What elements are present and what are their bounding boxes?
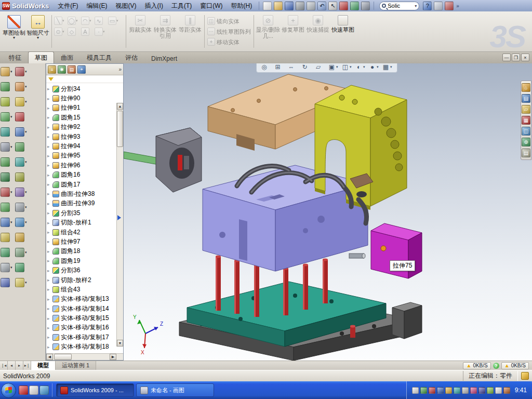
part-rail-block[interactable] (392, 302, 422, 339)
expand-arrow-icon[interactable] (47, 125, 52, 130)
view-tool-button[interactable]: ◫ ▾ (341, 63, 353, 71)
expand-arrow-icon[interactable] (47, 258, 52, 263)
chevron-down-icon[interactable]: ▾ (10, 265, 15, 270)
tray-icon[interactable] (445, 387, 452, 394)
toolbar-icon-button[interactable]: ▾ (1, 247, 15, 258)
chevron-down-icon[interactable]: ▾ (25, 100, 29, 104)
menu-item[interactable]: 工具(T) (168, 1, 195, 11)
sketch-tool-button[interactable]: ◯ ▾ (67, 16, 80, 26)
tray-icon[interactable] (462, 387, 469, 394)
sketch-tool-button[interactable]: ▭ ▾ (108, 16, 121, 26)
toolbar-icon[interactable]: ↶ (317, 2, 326, 10)
ribbon-button[interactable]: ◫ 镜向实体 (207, 17, 251, 26)
toolbar-icon-button[interactable]: ▾ (15, 82, 29, 92)
chevron-down-icon[interactable]: ▾ (10, 70, 15, 74)
toolbar-icon-button[interactable]: ▾ (1, 112, 15, 122)
toolbar-icon-button[interactable]: ▾ (15, 217, 29, 228)
expand-arrow-icon[interactable] (47, 134, 52, 139)
tree-item[interactable]: 分割34 (47, 84, 116, 94)
tree-item[interactable]: 圆角16 (47, 170, 116, 180)
toolbar-icon[interactable]: ? (423, 2, 432, 10)
tree-item[interactable]: 切除-放样2 (47, 275, 116, 285)
chevron-down-icon[interactable]: ▾ (10, 115, 15, 119)
toolbar-icon-button[interactable]: ▾ (15, 142, 29, 152)
ribbon-button[interactable]: + 修复草图 (281, 13, 305, 50)
tree-item[interactable]: 实体-移动/复制18 (47, 342, 116, 352)
tray-icon[interactable] (478, 387, 485, 394)
chevron-down-icon[interactable]: ▾ (390, 65, 394, 69)
expand-arrow-icon[interactable] (47, 325, 52, 330)
tree-item[interactable]: 分割36 (47, 265, 116, 275)
tray-icon[interactable] (420, 387, 427, 394)
expand-arrow-icon[interactable] (47, 201, 52, 206)
view-tool-button[interactable]: ↻ ▾ (300, 63, 313, 71)
toolbar-icon[interactable] (445, 2, 454, 10)
chevron-down-icon[interactable]: ▾ (10, 220, 15, 224)
task-pane-tab-icon[interactable]: ▦ (522, 116, 530, 125)
tree-item[interactable]: 实体-移动/复制17 (47, 332, 116, 342)
sketch-tool-button[interactable]: ∿ ▾ (94, 16, 107, 26)
tab-nav-button[interactable]: ◂ (8, 361, 16, 370)
toolbar-icon-button[interactable]: ▾ (1, 97, 15, 107)
tree-item[interactable]: 拉伸97 (47, 237, 116, 246)
expand-arrow-icon[interactable] (47, 306, 52, 311)
menu-item[interactable]: 帮助(H) (228, 1, 256, 11)
scroll-down-button[interactable]: ▼ (117, 340, 123, 347)
quicklaunch-icon[interactable] (19, 385, 28, 395)
tray-icon[interactable] (487, 387, 494, 394)
scroll-left-button[interactable]: ◀ (46, 354, 53, 360)
command-tab[interactable]: DimXpert (144, 53, 184, 63)
tree-item[interactable]: 拉伸92 (47, 123, 116, 132)
toolbar-icon[interactable] (263, 2, 272, 10)
ribbon-button[interactable]: 快速草图 (330, 13, 355, 50)
scroll-up-button[interactable]: ▲ (117, 103, 123, 110)
window-control-button[interactable]: × (521, 54, 529, 61)
scroll-right-button[interactable]: ▶ (110, 354, 116, 360)
tree-horizontal-scrollbar[interactable]: ◀ ▶ (46, 353, 123, 360)
task-pane-tab-icon[interactable]: ⌂ (522, 83, 530, 92)
ribbon-button[interactable]: ⋯ 线性草图阵列 (207, 27, 251, 36)
chevron-down-icon[interactable]: ▾ (116, 19, 120, 23)
view-tool-button[interactable]: ▦ ▾ (381, 63, 394, 71)
chevron-down-icon[interactable]: ▾ (103, 30, 107, 34)
upload-speed-badge[interactable]: ▲ 0KB/S (463, 362, 490, 369)
chevron-down-icon[interactable]: ▾ (62, 30, 66, 34)
ribbon-button[interactable]: + 移动实体 (207, 37, 251, 47)
view-tool-button[interactable]: ⊞ ▾ (273, 63, 286, 71)
quicklaunch-icon[interactable] (39, 385, 49, 395)
expand-arrow-icon[interactable] (47, 86, 52, 91)
ribbon-button[interactable]: ⊘ 显示/删除几... (256, 13, 281, 50)
tree-item[interactable]: 组合42 (47, 228, 116, 237)
view-tool-button[interactable]: ▱ ▾ (314, 63, 326, 71)
toolbar-icon[interactable] (296, 2, 304, 10)
toolbar-icon[interactable] (361, 2, 370, 10)
chevron-down-icon[interactable]: ▾ (62, 19, 66, 23)
model-canvas[interactable]: Y Z X (124, 63, 532, 361)
chevron-down-icon[interactable]: ▾ (350, 65, 353, 69)
ribbon-button[interactable]: 草图绘制 ▾ (2, 13, 26, 50)
chevron-down-icon[interactable]: ▾ (25, 281, 29, 285)
toolbar-icon-button[interactable]: ▾ (15, 172, 29, 182)
task-pane-tab-icon[interactable]: ▤ (522, 149, 530, 157)
header-overflow-icon[interactable]: » (118, 66, 122, 72)
manager-tab-icon[interactable]: ⌖ (77, 65, 86, 74)
expand-arrow-icon[interactable] (47, 230, 52, 235)
toolbar-icon[interactable] (434, 2, 443, 10)
expand-arrow-icon[interactable] (47, 105, 52, 111)
chevron-down-icon[interactable]: ▾ (25, 220, 29, 224)
chevron-down-icon[interactable]: ▾ (10, 145, 15, 149)
chevron-down-icon[interactable]: ▾ (25, 190, 29, 194)
view-tool-button[interactable]: ▣ ▾ (327, 63, 340, 71)
sketch-tool-button[interactable]: ⊙ ▾ (54, 26, 66, 37)
chevron-down-icon[interactable]: ▾ (25, 160, 29, 164)
tree-item[interactable]: 拉伸96 (47, 161, 116, 170)
toolbar-icon-button[interactable]: ▾ (1, 217, 15, 228)
chevron-down-icon[interactable]: ▾ (25, 205, 29, 209)
tree-item[interactable]: 实体-移动/复制16 (47, 323, 116, 332)
toolbar-icon[interactable] (274, 2, 283, 10)
tab-nav-button[interactable]: ❘◂ (0, 361, 8, 370)
status-question-icon[interactable]: ? (493, 363, 499, 369)
part-guide-pin[interactable] (349, 254, 365, 258)
tree-item[interactable]: 曲面-拉伸39 (47, 199, 116, 208)
expand-arrow-icon[interactable] (47, 335, 52, 340)
